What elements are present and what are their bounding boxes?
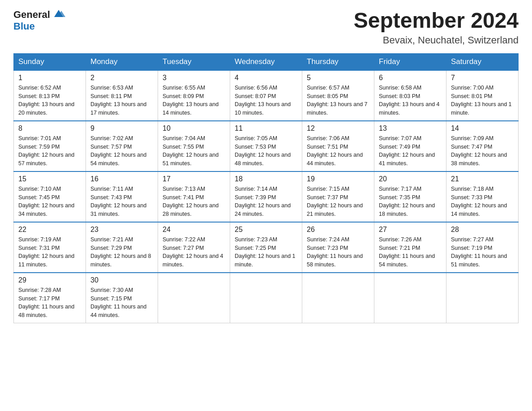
weekday-header-saturday: Saturday bbox=[446, 53, 519, 70]
calendar-cell: 4 Sunrise: 6:56 AMSunset: 8:07 PMDayligh… bbox=[230, 70, 302, 121]
day-number: 27 bbox=[379, 226, 442, 234]
day-number: 22 bbox=[18, 226, 81, 234]
logo-text-general: General bbox=[13, 9, 50, 21]
day-info: Sunrise: 7:22 AMSunset: 7:27 PMDaylight:… bbox=[163, 236, 223, 268]
page-header: General Blue September 2024 Bevaix, Neuc… bbox=[13, 9, 519, 46]
day-info: Sunrise: 7:28 AMSunset: 7:17 PMDaylight:… bbox=[18, 287, 74, 318]
calendar-cell: 16 Sunrise: 7:11 AMSunset: 7:43 PMDaylig… bbox=[86, 171, 158, 222]
day-number: 16 bbox=[90, 175, 153, 183]
weekday-header-wednesday: Wednesday bbox=[230, 53, 302, 70]
calendar-cell: 3 Sunrise: 6:55 AMSunset: 8:09 PMDayligh… bbox=[158, 70, 230, 121]
day-number: 21 bbox=[451, 175, 514, 183]
calendar-cell bbox=[374, 273, 446, 323]
calendar-cell: 18 Sunrise: 7:14 AMSunset: 7:39 PMDaylig… bbox=[230, 171, 302, 222]
calendar-cell: 27 Sunrise: 7:26 AMSunset: 7:21 PMDaylig… bbox=[374, 222, 446, 273]
calendar-cell bbox=[446, 273, 519, 323]
day-number: 3 bbox=[163, 74, 225, 82]
day-number: 28 bbox=[451, 226, 514, 234]
calendar-cell: 12 Sunrise: 7:06 AMSunset: 7:51 PMDaylig… bbox=[302, 121, 374, 171]
day-number: 15 bbox=[18, 175, 81, 183]
day-info: Sunrise: 6:56 AMSunset: 8:07 PMDaylight:… bbox=[235, 85, 291, 116]
week-row-2: 8 Sunrise: 7:01 AMSunset: 7:59 PMDayligh… bbox=[14, 121, 519, 171]
logo: General Blue bbox=[13, 9, 65, 32]
calendar-cell: 19 Sunrise: 7:15 AMSunset: 7:37 PMDaylig… bbox=[302, 171, 374, 222]
calendar-cell: 9 Sunrise: 7:02 AMSunset: 7:57 PMDayligh… bbox=[86, 121, 158, 171]
day-number: 11 bbox=[235, 124, 297, 133]
week-row-4: 22 Sunrise: 7:19 AMSunset: 7:31 PMDaylig… bbox=[14, 222, 519, 273]
day-number: 1 bbox=[18, 74, 81, 82]
calendar-cell: 17 Sunrise: 7:13 AMSunset: 7:41 PMDaylig… bbox=[158, 171, 230, 222]
day-info: Sunrise: 7:05 AMSunset: 7:53 PMDaylight:… bbox=[235, 135, 291, 167]
day-info: Sunrise: 7:02 AMSunset: 7:57 PMDaylight:… bbox=[90, 135, 146, 167]
week-row-1: 1 Sunrise: 6:52 AMSunset: 8:13 PMDayligh… bbox=[14, 70, 519, 121]
weekday-header-sunday: Sunday bbox=[14, 53, 86, 70]
day-info: Sunrise: 7:04 AMSunset: 7:55 PMDaylight:… bbox=[163, 135, 219, 167]
week-row-5: 29 Sunrise: 7:28 AMSunset: 7:17 PMDaylig… bbox=[14, 273, 519, 323]
calendar-cell: 10 Sunrise: 7:04 AMSunset: 7:55 PMDaylig… bbox=[158, 121, 230, 171]
day-info: Sunrise: 7:07 AMSunset: 7:49 PMDaylight:… bbox=[379, 135, 435, 167]
title-area: September 2024 Bevaix, Neuchatel, Switze… bbox=[354, 9, 519, 46]
day-info: Sunrise: 7:21 AMSunset: 7:29 PMDaylight:… bbox=[90, 236, 151, 268]
calendar-cell: 7 Sunrise: 7:00 AMSunset: 8:01 PMDayligh… bbox=[446, 70, 519, 121]
calendar-cell: 5 Sunrise: 6:57 AMSunset: 8:05 PMDayligh… bbox=[302, 70, 374, 121]
calendar-cell: 23 Sunrise: 7:21 AMSunset: 7:29 PMDaylig… bbox=[86, 222, 158, 273]
day-info: Sunrise: 6:57 AMSunset: 8:05 PMDaylight:… bbox=[307, 85, 368, 116]
day-number: 26 bbox=[307, 226, 369, 234]
day-info: Sunrise: 7:11 AMSunset: 7:43 PMDaylight:… bbox=[90, 186, 146, 217]
calendar-cell: 11 Sunrise: 7:05 AMSunset: 7:53 PMDaylig… bbox=[230, 121, 302, 171]
calendar-cell: 1 Sunrise: 6:52 AMSunset: 8:13 PMDayligh… bbox=[14, 70, 86, 121]
calendar-cell: 13 Sunrise: 7:07 AMSunset: 7:49 PMDaylig… bbox=[374, 121, 446, 171]
logo-text-blue: Blue bbox=[13, 21, 35, 32]
calendar-cell: 26 Sunrise: 7:24 AMSunset: 7:23 PMDaylig… bbox=[302, 222, 374, 273]
day-info: Sunrise: 7:13 AMSunset: 7:41 PMDaylight:… bbox=[163, 186, 219, 217]
day-info: Sunrise: 7:17 AMSunset: 7:35 PMDaylight:… bbox=[379, 186, 435, 217]
calendar-cell: 25 Sunrise: 7:23 AMSunset: 7:25 PMDaylig… bbox=[230, 222, 302, 273]
day-info: Sunrise: 7:10 AMSunset: 7:45 PMDaylight:… bbox=[18, 186, 74, 217]
weekday-header-row: SundayMondayTuesdayWednesdayThursdayFrid… bbox=[14, 53, 519, 70]
calendar-cell: 6 Sunrise: 6:58 AMSunset: 8:03 PMDayligh… bbox=[374, 70, 446, 121]
day-number: 29 bbox=[18, 276, 81, 284]
calendar-cell: 30 Sunrise: 7:30 AMSunset: 7:15 PMDaylig… bbox=[86, 273, 158, 323]
day-number: 30 bbox=[90, 276, 153, 284]
day-number: 23 bbox=[90, 226, 153, 234]
day-number: 5 bbox=[307, 74, 369, 82]
day-number: 2 bbox=[90, 74, 153, 82]
calendar-table: SundayMondayTuesdayWednesdayThursdayFrid… bbox=[13, 53, 519, 323]
calendar-cell: 29 Sunrise: 7:28 AMSunset: 7:17 PMDaylig… bbox=[14, 273, 86, 323]
day-info: Sunrise: 6:58 AMSunset: 8:03 PMDaylight:… bbox=[379, 85, 440, 116]
day-number: 10 bbox=[163, 124, 225, 133]
day-number: 7 bbox=[451, 74, 514, 82]
day-info: Sunrise: 7:26 AMSunset: 7:21 PMDaylight:… bbox=[379, 236, 435, 268]
day-info: Sunrise: 7:27 AMSunset: 7:19 PMDaylight:… bbox=[451, 236, 507, 268]
weekday-header-friday: Friday bbox=[374, 53, 446, 70]
day-number: 8 bbox=[18, 124, 81, 133]
calendar-cell bbox=[230, 273, 302, 323]
day-info: Sunrise: 7:00 AMSunset: 8:01 PMDaylight:… bbox=[451, 85, 512, 116]
calendar-cell bbox=[302, 273, 374, 323]
calendar-title: September 2024 bbox=[354, 9, 519, 33]
day-number: 4 bbox=[235, 74, 297, 82]
day-number: 6 bbox=[379, 74, 442, 82]
day-number: 14 bbox=[451, 124, 514, 133]
day-info: Sunrise: 6:55 AMSunset: 8:09 PMDaylight:… bbox=[163, 85, 219, 116]
week-row-3: 15 Sunrise: 7:10 AMSunset: 7:45 PMDaylig… bbox=[14, 171, 519, 222]
day-info: Sunrise: 7:14 AMSunset: 7:39 PMDaylight:… bbox=[235, 186, 291, 217]
day-number: 19 bbox=[307, 175, 369, 183]
day-info: Sunrise: 7:23 AMSunset: 7:25 PMDaylight:… bbox=[235, 236, 296, 268]
logo-icon bbox=[52, 8, 65, 20]
day-info: Sunrise: 7:18 AMSunset: 7:33 PMDaylight:… bbox=[451, 186, 507, 217]
day-number: 20 bbox=[379, 175, 442, 183]
weekday-header-tuesday: Tuesday bbox=[158, 53, 230, 70]
day-info: Sunrise: 7:19 AMSunset: 7:31 PMDaylight:… bbox=[18, 236, 74, 268]
calendar-cell: 2 Sunrise: 6:53 AMSunset: 8:11 PMDayligh… bbox=[86, 70, 158, 121]
calendar-cell: 28 Sunrise: 7:27 AMSunset: 7:19 PMDaylig… bbox=[446, 222, 519, 273]
weekday-header-thursday: Thursday bbox=[302, 53, 374, 70]
day-info: Sunrise: 7:30 AMSunset: 7:15 PMDaylight:… bbox=[90, 287, 146, 318]
day-info: Sunrise: 7:24 AMSunset: 7:23 PMDaylight:… bbox=[307, 236, 363, 268]
day-info: Sunrise: 6:52 AMSunset: 8:13 PMDaylight:… bbox=[18, 85, 74, 116]
calendar-cell: 22 Sunrise: 7:19 AMSunset: 7:31 PMDaylig… bbox=[14, 222, 86, 273]
day-number: 25 bbox=[235, 226, 297, 234]
calendar-cell: 8 Sunrise: 7:01 AMSunset: 7:59 PMDayligh… bbox=[14, 121, 86, 171]
day-info: Sunrise: 7:09 AMSunset: 7:47 PMDaylight:… bbox=[451, 135, 507, 167]
weekday-header-monday: Monday bbox=[86, 53, 158, 70]
